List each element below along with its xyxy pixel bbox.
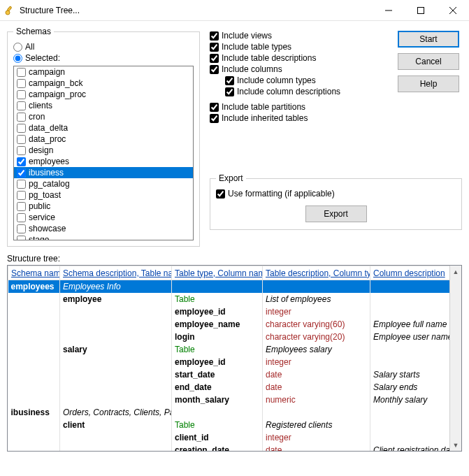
titlebar: Structure Tree...: [0, 0, 469, 21]
tree-row[interactable]: employee_namecharacter varying(60)Employ…: [8, 318, 452, 331]
minimize-button[interactable]: [373, 0, 405, 21]
export-button[interactable]: Export: [305, 205, 367, 222]
tree-row[interactable]: employeesEmployees Info: [8, 280, 452, 293]
schema-checkbox[interactable]: [17, 124, 26, 133]
schema-item[interactable]: stage: [14, 234, 193, 240]
tree-cell: [370, 431, 452, 444]
schema-checkbox[interactable]: [17, 90, 26, 99]
schema-checkbox[interactable]: [17, 113, 26, 122]
tree-cell: date: [263, 368, 370, 381]
schema-item[interactable]: pg_catalog: [14, 178, 193, 189]
tree-row[interactable]: ibusinessOrders, Contracts, Clients, Pay…: [8, 406, 452, 419]
tree-label: Structure tree:: [7, 254, 469, 264]
schema-item[interactable]: data_proc: [14, 134, 193, 145]
schema-checkbox[interactable]: [17, 180, 26, 189]
schema-item[interactable]: pg_toast: [14, 189, 193, 201]
radio-selected[interactable]: Selected:: [13, 53, 194, 63]
schema-list[interactable]: campaigncampaign_bckcampaign_procclients…: [13, 66, 194, 240]
maximize-button[interactable]: [405, 0, 437, 21]
schema-checkbox[interactable]: [17, 236, 26, 241]
tree-row[interactable]: client_idinteger: [8, 431, 452, 444]
schema-checkbox[interactable]: [17, 213, 26, 222]
tree-cell: Employees salary: [263, 343, 370, 356]
tree-column-header[interactable]: Column description: [370, 266, 452, 280]
tree-column-header[interactable]: Schema name: [8, 266, 60, 280]
start-button[interactable]: Start: [398, 31, 459, 48]
schema-checkbox[interactable]: [17, 168, 26, 178]
schema-item[interactable]: design: [14, 145, 193, 156]
schema-checkbox[interactable]: [17, 146, 26, 155]
schema-item[interactable]: employees: [14, 156, 193, 167]
tree-cell: [8, 331, 60, 343]
cancel-button[interactable]: Cancel: [398, 53, 459, 70]
tree-cell: [370, 356, 452, 368]
tree-cell: [60, 368, 172, 381]
schema-checkbox[interactable]: [17, 101, 26, 110]
schema-checkbox[interactable]: [17, 135, 26, 144]
chk-include-partitions[interactable]: Include table partitions: [210, 102, 462, 112]
tree-cell: [172, 280, 263, 293]
schema-checkbox[interactable]: [17, 191, 26, 200]
structure-tree[interactable]: Schema nameSchema description, Table nam…: [7, 265, 462, 452]
tree-cell: [8, 305, 60, 318]
scroll-down-icon[interactable]: ▼: [450, 439, 461, 451]
chk-include-inherited[interactable]: Include inherited tables: [210, 113, 462, 123]
radio-all-input[interactable]: [13, 43, 22, 52]
schema-item[interactable]: cron: [14, 111, 193, 122]
tree-column-header[interactable]: Table description, Column type: [263, 266, 370, 280]
radio-all[interactable]: All: [13, 42, 194, 52]
schema-checkbox[interactable]: [17, 202, 26, 211]
schema-checkbox[interactable]: [17, 224, 26, 233]
schema-item[interactable]: clients: [14, 100, 193, 111]
tree-cell: [8, 394, 60, 406]
tree-cell: [263, 406, 370, 419]
tree-row[interactable]: salaryTableEmployees salary: [8, 343, 452, 356]
schema-item[interactable]: campaign_proc: [14, 89, 193, 100]
help-button[interactable]: Help: [398, 75, 459, 92]
schema-item[interactable]: campaign_bck: [14, 78, 193, 89]
schema-checkbox[interactable]: [17, 68, 26, 77]
schema-label: pg_toast: [29, 190, 61, 200]
tree-cell: [8, 419, 60, 431]
tree-row[interactable]: clientTableRegistered clients: [8, 419, 452, 431]
tree-row[interactable]: employee_idinteger: [8, 305, 452, 318]
schema-item[interactable]: public: [14, 201, 193, 212]
tree-column-header[interactable]: Schema description, Table name: [60, 266, 172, 280]
schema-checkbox[interactable]: [17, 157, 26, 166]
tree-cell: [370, 280, 452, 293]
schema-checkbox[interactable]: [17, 79, 26, 88]
schema-label: ibusiness: [29, 168, 64, 178]
tree-cell: [60, 331, 172, 343]
tree-column-header[interactable]: Table type, Column name: [172, 266, 263, 280]
schemas-legend: Schemas: [13, 27, 54, 36]
schema-item[interactable]: showcase: [14, 223, 193, 234]
schema-item[interactable]: service: [14, 212, 193, 223]
tree-row[interactable]: month_salarynumericMonthly salary: [8, 394, 452, 406]
tree-scrollbar[interactable]: ▲ ▼: [449, 266, 461, 451]
tree-cell: Employee user name: [370, 331, 452, 343]
svg-rect-1: [7, 6, 12, 10]
tree-cell: client_id: [172, 431, 263, 444]
schema-item[interactable]: campaign: [14, 66, 193, 78]
tree-cell: end_date: [172, 381, 263, 394]
scroll-track[interactable]: [450, 277, 461, 439]
tree-row[interactable]: end_datedateSalary ends: [8, 381, 452, 394]
tree-cell: [8, 381, 60, 394]
tree-row[interactable]: employeeTableList of employees: [8, 293, 452, 305]
tree-cell: [172, 406, 263, 419]
tree-cell: [60, 394, 172, 406]
scroll-up-icon[interactable]: ▲: [450, 266, 461, 277]
tree-cell: [60, 444, 172, 452]
tree-row[interactable]: start_datedateSalary starts: [8, 368, 452, 381]
close-button[interactable]: [437, 0, 469, 21]
radio-selected-input[interactable]: [13, 54, 22, 63]
tree-row[interactable]: creation_datedateClient registration dat…: [8, 444, 452, 452]
tree-cell: [8, 431, 60, 444]
chk-use-formatting[interactable]: Use formatting (if applicable): [216, 189, 456, 199]
schemas-group: Schemas All Selected: campaigncampaign_b…: [7, 27, 200, 247]
schema-label: campaign: [29, 67, 65, 77]
schema-item[interactable]: data_delta: [14, 122, 193, 134]
tree-row[interactable]: employee_idinteger: [8, 356, 452, 368]
tree-row[interactable]: logincharacter varying(20)Employee user …: [8, 331, 452, 343]
schema-item[interactable]: ibusiness: [14, 167, 193, 178]
